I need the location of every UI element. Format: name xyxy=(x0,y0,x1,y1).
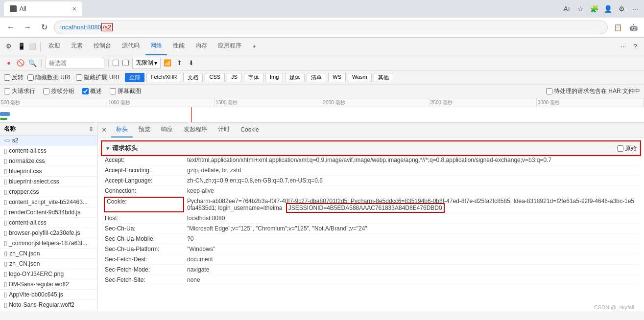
filter-font[interactable]: 字体 xyxy=(244,73,263,82)
hide-data-url-checkbox[interactable]: 隐藏数据 URL xyxy=(27,73,72,82)
menu-icon[interactable]: ··· xyxy=(630,4,640,14)
file-item-content-all-css-2[interactable]: [] content-all.css xyxy=(0,218,97,228)
forward-button[interactable]: → xyxy=(21,21,34,34)
file-item-noto-sans[interactable]: [] Noto-Sans-Regular.woff2 xyxy=(0,300,97,310)
browser-tab[interactable]: Ail × xyxy=(4,1,82,16)
hide-extension-url-checkbox[interactable]: 隐藏扩展 URL xyxy=(76,73,120,82)
devtools-settings-icon[interactable]: ⚙ xyxy=(4,42,14,51)
tick-2000: 2000 毫秒 xyxy=(322,98,429,107)
nav-sources[interactable]: 源代码 xyxy=(117,38,144,55)
wifi-icon[interactable]: 📶 xyxy=(163,58,172,68)
devtools-nav: ⚙ 📱 ⬜ 欢迎 元素 控制台 源代码 网络 性能 内存 应用程序 + ··· … xyxy=(0,38,644,55)
file-item-s2[interactable]: <> s2 xyxy=(0,136,97,146)
filter-css[interactable]: CSS xyxy=(205,73,225,82)
filter-ws[interactable]: WS xyxy=(328,73,346,82)
waterfall-indicator xyxy=(191,107,192,123)
raw-checkbox[interactable]: 原始 xyxy=(617,144,637,153)
filter-js[interactable]: JS xyxy=(227,73,242,82)
preserve-log-checkbox[interactable] xyxy=(113,60,120,66)
devtools-more-icon[interactable]: ··· xyxy=(619,42,628,51)
file-item-blueprint-select-css[interactable]: [] blueprint-select.css xyxy=(0,177,97,187)
tick-2500: 2500 毫秒 xyxy=(429,98,537,107)
file-js-icon-3: [] xyxy=(4,230,7,236)
tab-initiator[interactable]: 发起程序 xyxy=(179,123,212,137)
section-title-request[interactable]: ▼ 请求标头 原始 xyxy=(102,141,640,155)
tab-headers[interactable]: 标头 xyxy=(111,123,133,137)
translate-icon[interactable]: Aı xyxy=(562,4,572,14)
file-item-dm-sans[interactable]: [] DM-Sans-regular.woff2 xyxy=(0,279,97,290)
har-checkbox[interactable]: 待处理的请求包含在 HAR 文件中 xyxy=(546,87,640,95)
file-item-render-content[interactable]: [] renderContent-9d534bdd.js xyxy=(0,207,97,218)
filter-input[interactable] xyxy=(46,58,104,69)
reverse-checkbox[interactable]: 反转 xyxy=(4,73,24,82)
back-button[interactable]: ← xyxy=(4,21,18,34)
nav-elements[interactable]: 元素 xyxy=(66,38,88,55)
download-har-icon[interactable]: ⬇ xyxy=(186,58,196,68)
large-rows-checkbox[interactable]: 大请求行 xyxy=(4,87,35,95)
file-item-content-all-css[interactable]: [] content-all.css xyxy=(0,146,97,156)
filter-document[interactable]: 文档 xyxy=(183,73,203,82)
throttle-dropdown[interactable]: 无限制 ▾ xyxy=(132,58,161,69)
header-value: document xyxy=(187,256,637,263)
profile-icon[interactable]: 👤 xyxy=(603,4,613,14)
file-item-blueprint-css[interactable]: [] blueprint.css xyxy=(0,166,97,177)
filter-fetch-xhr[interactable]: Fetch/XHR xyxy=(146,73,182,82)
file-item-zh-cn-json[interactable]: {} zh_CN.json xyxy=(0,249,97,259)
filter-media[interactable]: 媒体 xyxy=(285,73,305,82)
star-icon[interactable]: ☆ xyxy=(575,4,585,14)
filter-wasm[interactable]: Wasm xyxy=(348,73,372,82)
tab-timing[interactable]: 计时 xyxy=(213,123,235,137)
add-panel-icon[interactable]: + xyxy=(249,42,259,51)
file-css-icon-4: [] xyxy=(4,179,7,184)
header-name: Connection: xyxy=(105,187,183,194)
header-value: ?0 xyxy=(187,235,637,242)
filter-img[interactable]: Img xyxy=(265,73,283,82)
refresh-button[interactable]: ↻ xyxy=(37,21,51,34)
tab-cookie[interactable]: Cookie xyxy=(236,123,263,137)
file-item-normalize-css[interactable]: [] normalize.css xyxy=(0,156,97,166)
tab-preview[interactable]: 预览 xyxy=(134,123,155,137)
detail-close-button[interactable]: × xyxy=(102,126,106,135)
file-css-icon-2: [] xyxy=(4,158,7,164)
file-item-zh-cn-json-2[interactable]: {} zh_CN.json xyxy=(0,259,97,269)
nav-memory[interactable]: 内存 xyxy=(191,38,212,55)
nav-application[interactable]: 应用程序 xyxy=(213,38,246,55)
record-button[interactable]: ● xyxy=(4,58,14,68)
nav-console[interactable]: 控制台 xyxy=(89,38,116,55)
file-item-browser-polyfill[interactable]: [] browser-polyfill-c2a30efe.js xyxy=(0,228,97,238)
group-by-frame-checkbox[interactable]: 按帧分组 xyxy=(43,87,74,95)
filter-all[interactable]: 全部 xyxy=(125,73,144,82)
file-name: zh_CN.json xyxy=(9,250,94,257)
tab-close-button[interactable]: × xyxy=(72,5,76,13)
clear-button[interactable]: 🚫 xyxy=(16,58,25,68)
file-item-commonjs-helpers[interactable]: [] _commonjsHelpers-187a63f... xyxy=(0,238,97,249)
header-name: Host: xyxy=(105,215,183,222)
file-item-cropper-css[interactable]: [] cropper.css xyxy=(0,187,97,197)
disable-cache-checkbox[interactable] xyxy=(122,60,130,66)
header-row-sec-ch-ua-platform: Sec-Ch-Ua-Platform: "Windows" xyxy=(102,244,640,254)
resize-handle[interactable]: ⇕ xyxy=(89,126,94,133)
upload-har-icon[interactable]: ⬆ xyxy=(174,58,184,68)
copilot-icon[interactable]: 🤖 xyxy=(626,21,640,34)
nav-performance[interactable]: 性能 xyxy=(168,38,190,55)
devtools-help-icon[interactable]: ? xyxy=(630,42,640,51)
extensions-icon[interactable]: 🧩 xyxy=(589,4,599,14)
collections-icon[interactable]: 📋 xyxy=(611,21,624,34)
header-row-sec-fetch-mode: Sec-Fetch-Mode: navigate xyxy=(102,265,640,275)
devtools-device-icon[interactable]: ⬜ xyxy=(27,42,37,51)
filter-other[interactable]: 其他 xyxy=(374,73,393,82)
tab-response[interactable]: 响应 xyxy=(156,123,178,137)
screenshot-checkbox[interactable]: 屏幕截图 xyxy=(110,87,141,95)
nav-network[interactable]: 网络 xyxy=(145,38,167,55)
settings-icon[interactable]: ⚙ xyxy=(617,4,626,14)
filter-manifest[interactable]: 清单 xyxy=(307,73,326,82)
file-item-appvite[interactable]: [] AppVite-bb00c645.js xyxy=(0,290,97,300)
file-item-logo-png[interactable]: [] logo-OYJ34ERC.png xyxy=(0,269,97,279)
nav-welcome[interactable]: 欢迎 xyxy=(44,38,65,55)
file-item-content-script[interactable]: [] content_script_vite-b524463... xyxy=(0,197,97,207)
search-icon[interactable]: 🔍 xyxy=(27,58,37,68)
url-input[interactable]: localhost:8080/s2 xyxy=(54,21,608,34)
file-name: content_script_vite-b524463... xyxy=(9,199,94,206)
devtools-inspect-icon[interactable]: 📱 xyxy=(17,42,26,51)
overview-checkbox[interactable]: 概述 xyxy=(82,87,102,95)
